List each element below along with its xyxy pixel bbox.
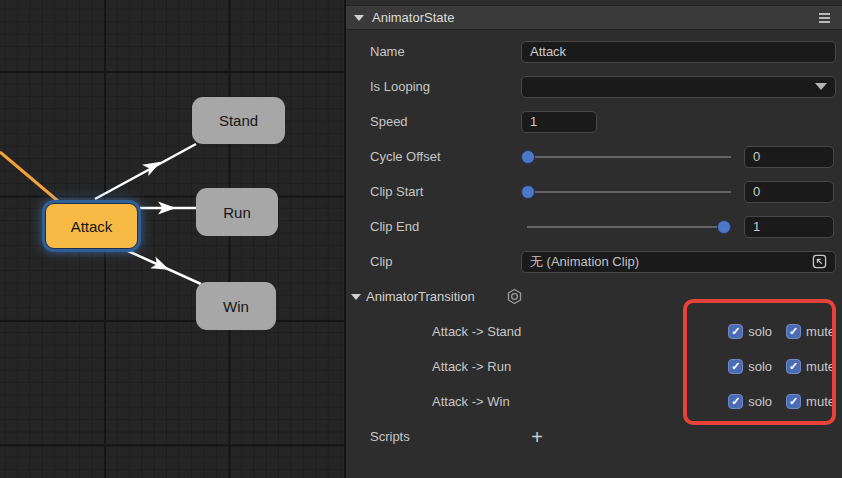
mute-label: mute xyxy=(806,394,835,409)
solo-checkbox[interactable]: ✓ xyxy=(728,359,743,374)
animator-state-section-header[interactable]: AnimatorState xyxy=(346,5,842,30)
slider-thumb[interactable] xyxy=(521,150,535,164)
solo-label: solo xyxy=(748,359,772,374)
speed-input[interactable] xyxy=(521,111,597,133)
menu-icon[interactable] xyxy=(819,13,830,23)
edge-incoming-to-attack[interactable] xyxy=(0,152,58,201)
add-script-button[interactable]: + xyxy=(527,427,547,447)
solo-checkbox[interactable]: ✓ xyxy=(728,324,743,339)
solo-label: solo xyxy=(748,394,772,409)
state-node-attack-selected[interactable]: Attack xyxy=(45,203,138,249)
clip-value: 无 (Animation Clip) xyxy=(530,253,639,271)
transition-row-attack-win[interactable]: Attack -> Win ✓ solo ✓ mute xyxy=(346,384,842,419)
clip-object-field[interactable]: 无 (Animation Clip) xyxy=(521,251,836,273)
inspector-panel: AnimatorState Name Is Looping Speed Cycl… xyxy=(346,0,842,478)
name-input[interactable] xyxy=(521,41,836,63)
animator-graph-canvas[interactable]: Stand Run Win Attack xyxy=(0,0,344,478)
speed-row: Speed xyxy=(346,104,842,139)
chevron-down-icon xyxy=(815,83,827,90)
edge-attack-to-stand[interactable] xyxy=(95,144,196,199)
state-node-win[interactable]: Win xyxy=(196,282,276,330)
is-looping-label: Is Looping xyxy=(370,79,521,94)
clip-row: Clip 无 (Animation Clip) xyxy=(346,244,842,279)
name-label: Name xyxy=(370,44,521,59)
transition-row-attack-run[interactable]: Attack -> Run ✓ solo ✓ mute xyxy=(346,349,842,384)
object-picker-icon[interactable] xyxy=(812,254,827,269)
clip-start-input[interactable] xyxy=(744,181,834,203)
clip-end-label: Clip End xyxy=(370,219,521,234)
clip-start-label: Clip Start xyxy=(370,184,521,199)
clip-start-slider[interactable] xyxy=(521,185,731,199)
slider-track xyxy=(527,191,731,193)
collapse-triangle-icon[interactable] xyxy=(351,294,361,300)
speed-label: Speed xyxy=(370,114,521,129)
is-looping-row: Is Looping xyxy=(346,69,842,104)
scripts-label: Scripts xyxy=(370,429,521,444)
slider-thumb[interactable] xyxy=(521,185,535,199)
solo-checkbox[interactable]: ✓ xyxy=(728,394,743,409)
name-row: Name xyxy=(346,34,842,69)
transition-label: Attack -> Win xyxy=(432,394,510,409)
slider-track xyxy=(527,156,731,158)
solo-label: solo xyxy=(748,324,772,339)
clip-end-input[interactable] xyxy=(744,216,834,238)
mute-label: mute xyxy=(806,359,835,374)
cycle-offset-slider[interactable] xyxy=(521,150,731,164)
slider-track xyxy=(527,226,731,228)
slider-thumb[interactable] xyxy=(717,220,731,234)
section-title: AnimatorState xyxy=(372,10,454,25)
transition-label: Attack -> Run xyxy=(432,359,511,374)
state-node-run[interactable]: Run xyxy=(196,188,278,236)
scripts-row: Scripts + xyxy=(346,419,842,454)
clip-label: Clip xyxy=(370,254,521,269)
arrowhead-attack-to-win-icon xyxy=(150,256,172,275)
animator-transition-section-header[interactable]: AnimatorTransition xyxy=(346,279,842,314)
transition-row-attack-stand[interactable]: Attack -> Stand ✓ solo ✓ mute xyxy=(346,314,842,349)
collapse-triangle-icon[interactable] xyxy=(354,15,364,21)
cycle-offset-label: Cycle Offset xyxy=(370,149,521,164)
is-looping-dropdown[interactable] xyxy=(521,76,836,98)
transition-label: Attack -> Stand xyxy=(432,324,521,339)
mute-label: mute xyxy=(806,324,835,339)
mute-checkbox[interactable]: ✓ xyxy=(786,394,801,409)
clip-end-slider[interactable] xyxy=(521,220,731,234)
cycle-offset-row: Cycle Offset xyxy=(346,139,842,174)
cycle-offset-input[interactable] xyxy=(744,146,834,168)
clip-start-row: Clip Start xyxy=(346,174,842,209)
clip-end-row: Clip End xyxy=(346,209,842,244)
mute-checkbox[interactable]: ✓ xyxy=(786,359,801,374)
state-node-stand[interactable]: Stand xyxy=(192,97,285,144)
transition-section-title: AnimatorTransition xyxy=(366,289,475,304)
mute-checkbox[interactable]: ✓ xyxy=(786,324,801,339)
settings-gear-icon[interactable] xyxy=(506,288,523,305)
